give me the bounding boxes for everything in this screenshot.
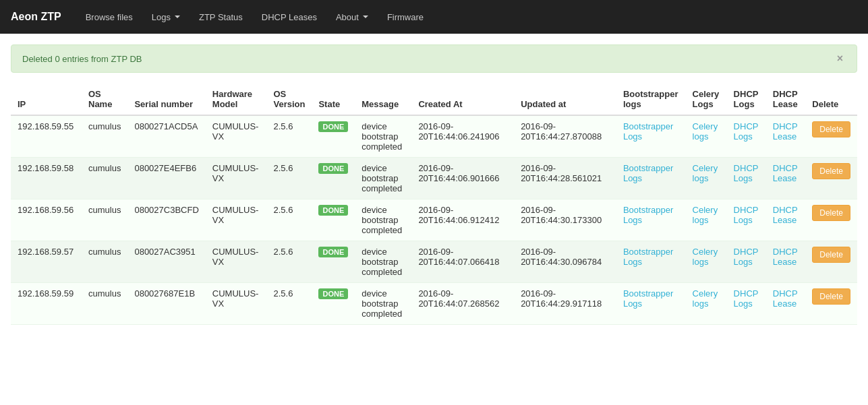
cell-serial: 080027E4EFB6 xyxy=(127,158,205,199)
cell-celery-logs[interactable]: Celery logs xyxy=(686,241,727,283)
cell-dhcp-logs[interactable]: DHCP Logs xyxy=(727,199,766,241)
cell-dhcp-lease[interactable]: DHCP Lease xyxy=(766,241,806,283)
th-dhcp-lease: DHCPLease xyxy=(766,84,806,115)
cell-updated-at: 2016-09-20T16:44:30.173300 xyxy=(514,199,616,241)
delete-button[interactable]: Delete xyxy=(812,163,850,179)
cell-dhcp-lease[interactable]: DHCP Lease xyxy=(766,283,806,325)
cell-celery-logs[interactable]: Celery logs xyxy=(686,199,727,241)
cell-delete[interactable]: Delete xyxy=(805,199,857,241)
th-serial: Serial number xyxy=(127,84,205,115)
cell-serial: 0800271ACD5A xyxy=(127,115,205,158)
cell-message: device bootstrap completed xyxy=(355,283,411,325)
cell-delete[interactable]: Delete xyxy=(805,115,857,158)
cell-ip: 192.168.59.56 xyxy=(11,199,82,241)
dhcp-logs-link[interactable]: DHCP Logs xyxy=(734,247,759,267)
table-row: 192.168.59.55 cumulus 0800271ACD5A CUMUL… xyxy=(11,115,857,158)
celery-logs-link[interactable]: Celery logs xyxy=(693,247,718,267)
cell-bootstrapper-logs[interactable]: Bootstrapper Logs xyxy=(616,283,686,325)
cell-ip: 192.168.59.55 xyxy=(11,115,82,158)
cell-os-version: 2.5.6 xyxy=(266,158,312,199)
cell-dhcp-logs[interactable]: DHCP Logs xyxy=(727,115,766,158)
cell-hw-model: CUMULUS-VX xyxy=(206,199,267,241)
dhcp-logs-link[interactable]: DHCP Logs xyxy=(734,121,759,142)
dhcp-logs-link[interactable]: DHCP Logs xyxy=(734,163,759,183)
nav-firmware-label: Firmware xyxy=(387,12,424,22)
bootstrapper-logs-link[interactable]: Bootstrapper Logs xyxy=(623,247,673,267)
cell-message: device bootstrap completed xyxy=(355,199,411,241)
cell-created-at: 2016-09-20T16:44:06.912412 xyxy=(411,199,514,241)
alert-close-button[interactable]: × xyxy=(834,53,846,64)
celery-logs-link[interactable]: Celery logs xyxy=(693,121,718,142)
cell-bootstrapper-logs[interactable]: Bootstrapper Logs xyxy=(616,241,686,283)
cell-dhcp-lease[interactable]: DHCP Lease xyxy=(766,115,806,158)
cell-os-version: 2.5.6 xyxy=(266,115,312,158)
cell-bootstrapper-logs[interactable]: Bootstrapper Logs xyxy=(616,115,686,158)
ztp-table: IP OSName Serial number HardwareModel OS… xyxy=(11,84,857,325)
alert-message: Deleted 0 entries from ZTP DB xyxy=(22,54,142,64)
dhcp-logs-link[interactable]: DHCP Logs xyxy=(734,205,759,225)
cell-hw-model: CUMULUS-VX xyxy=(206,115,267,158)
celery-logs-link[interactable]: Celery logs xyxy=(693,205,718,225)
cell-ip: 192.168.59.57 xyxy=(11,241,82,283)
cell-delete[interactable]: Delete xyxy=(805,283,857,325)
cell-created-at: 2016-09-20T16:44:07.268562 xyxy=(411,283,514,325)
cell-os-version: 2.5.6 xyxy=(266,283,312,325)
cell-updated-at: 2016-09-20T16:44:30.096784 xyxy=(514,241,616,283)
bootstrapper-logs-link[interactable]: Bootstrapper Logs xyxy=(623,288,673,309)
delete-button[interactable]: Delete xyxy=(812,247,850,263)
cell-state: DONE xyxy=(312,158,355,199)
cell-serial: 080027AC3951 xyxy=(127,241,205,283)
cell-message: device bootstrap completed xyxy=(355,115,411,158)
delete-button[interactable]: Delete xyxy=(812,288,850,305)
bootstrapper-logs-link[interactable]: Bootstrapper Logs xyxy=(623,163,673,183)
cell-dhcp-logs[interactable]: DHCP Logs xyxy=(727,283,766,325)
cell-bootstrapper-logs[interactable]: Bootstrapper Logs xyxy=(616,158,686,199)
th-celery-logs: CeleryLogs xyxy=(686,84,727,115)
dhcp-lease-link[interactable]: DHCP Lease xyxy=(773,163,798,183)
nav-about-label: About xyxy=(336,12,359,22)
cell-state: DONE xyxy=(312,199,355,241)
nav-logs[interactable]: Logs xyxy=(144,7,188,28)
dhcp-logs-link[interactable]: DHCP Logs xyxy=(734,288,759,309)
cell-dhcp-lease[interactable]: DHCP Lease xyxy=(766,158,806,199)
cell-dhcp-logs[interactable]: DHCP Logs xyxy=(727,158,766,199)
nav-about[interactable]: About xyxy=(328,7,376,28)
cell-dhcp-lease[interactable]: DHCP Lease xyxy=(766,199,806,241)
celery-logs-link[interactable]: Celery logs xyxy=(693,288,718,309)
dhcp-lease-link[interactable]: DHCP Lease xyxy=(773,247,798,267)
th-created-at: Created At xyxy=(411,84,514,115)
delete-button[interactable]: Delete xyxy=(812,205,850,221)
cell-serial: 080027687E1B xyxy=(127,283,205,325)
navbar: Aeon ZTP Browse files Logs ZTP Status DH… xyxy=(0,0,868,34)
cell-created-at: 2016-09-20T16:44:06.901666 xyxy=(411,158,514,199)
dhcp-lease-link[interactable]: DHCP Lease xyxy=(773,288,798,309)
nav-ztp-status[interactable]: ZTP Status xyxy=(191,7,251,28)
th-state: State xyxy=(312,84,355,115)
nav-browse-files[interactable]: Browse files xyxy=(78,7,141,28)
cell-dhcp-logs[interactable]: DHCP Logs xyxy=(727,241,766,283)
dhcp-lease-link[interactable]: DHCP Lease xyxy=(773,205,798,225)
bootstrapper-logs-link[interactable]: Bootstrapper Logs xyxy=(623,121,673,142)
bootstrapper-logs-link[interactable]: Bootstrapper Logs xyxy=(623,205,673,225)
cell-state: DONE xyxy=(312,283,355,325)
cell-celery-logs[interactable]: Celery logs xyxy=(686,115,727,158)
cell-os-name: cumulus xyxy=(82,115,127,158)
cell-os-version: 2.5.6 xyxy=(266,241,312,283)
nav-firmware[interactable]: Firmware xyxy=(379,7,432,28)
state-badge: DONE xyxy=(318,121,348,132)
nav-browse-files-label: Browse files xyxy=(86,12,133,22)
cell-delete[interactable]: Delete xyxy=(805,158,857,199)
cell-hw-model: CUMULUS-VX xyxy=(206,283,267,325)
nav-dhcp-leases[interactable]: DHCP Leases xyxy=(254,7,325,28)
dhcp-lease-link[interactable]: DHCP Lease xyxy=(773,121,798,142)
cell-celery-logs[interactable]: Celery logs xyxy=(686,158,727,199)
cell-hw-model: CUMULUS-VX xyxy=(206,241,267,283)
th-updated-at: Updated at xyxy=(514,84,616,115)
delete-button[interactable]: Delete xyxy=(812,121,850,137)
nav-logs-label: Logs xyxy=(152,12,171,22)
celery-logs-link[interactable]: Celery logs xyxy=(693,163,718,183)
cell-celery-logs[interactable]: Celery logs xyxy=(686,283,727,325)
table-header-row: IP OSName Serial number HardwareModel OS… xyxy=(11,84,857,115)
cell-bootstrapper-logs[interactable]: Bootstrapper Logs xyxy=(616,199,686,241)
cell-delete[interactable]: Delete xyxy=(805,241,857,283)
